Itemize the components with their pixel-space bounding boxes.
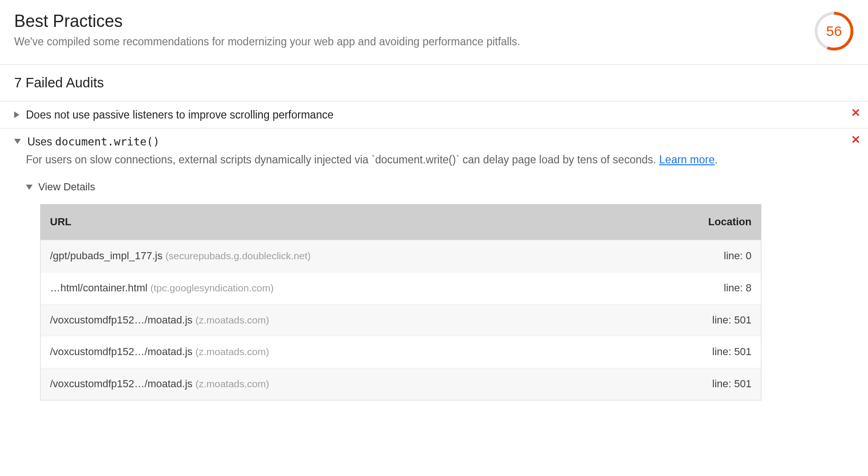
url-cell: /gpt/pubads_impl_177.js (securepubads.g.… bbox=[50, 249, 681, 264]
table-row: /gpt/pubads_impl_177.js (securepubads.g.… bbox=[41, 240, 761, 272]
column-url: URL bbox=[50, 215, 681, 230]
url-cell: …html/container.html (tpc.googlesyndicat… bbox=[50, 281, 681, 296]
chevron-down-icon bbox=[14, 139, 21, 144]
audit-title: Uses document.write() bbox=[27, 134, 159, 149]
score-value: 56 bbox=[814, 11, 854, 51]
fail-icon: ✕ bbox=[842, 134, 868, 145]
audit-row[interactable]: Uses document.write() For users on slow … bbox=[0, 128, 868, 400]
table-row: /voxcustomdfp152…/moatad.js (z.moatads.c… bbox=[41, 304, 761, 336]
report-header: Best Practices We've compiled some recom… bbox=[14, 9, 854, 64]
location-cell: line: 0 bbox=[681, 249, 751, 264]
table-row: /voxcustomdfp152…/moatad.js (z.moatads.c… bbox=[41, 368, 761, 400]
table-row: …html/container.html (tpc.googlesyndicat… bbox=[41, 272, 761, 304]
url-cell: /voxcustomdfp152…/moatad.js (z.moatads.c… bbox=[50, 313, 681, 328]
page-title: Best Practices bbox=[14, 9, 814, 33]
failed-audits-heading: 7 Failed Audits bbox=[0, 65, 868, 101]
table-row: /voxcustomdfp152…/moatad.js (z.moatads.c… bbox=[41, 336, 761, 368]
fail-icon: ✕ bbox=[842, 107, 868, 119]
chevron-down-icon bbox=[26, 185, 33, 190]
audit-title-code: document.write() bbox=[55, 136, 160, 148]
page-subtitle: We've compiled some recommendations for … bbox=[14, 34, 814, 49]
audit-description-text: For users on slow connections, external … bbox=[26, 153, 659, 166]
audit-row[interactable]: Does not use passive listeners to improv… bbox=[0, 101, 868, 128]
audit-title-prefix: Uses bbox=[27, 136, 55, 148]
view-details-label: View Details bbox=[38, 180, 95, 195]
location-cell: line: 501 bbox=[681, 345, 751, 359]
learn-more-link[interactable]: Learn more bbox=[659, 153, 715, 166]
url-cell: /voxcustomdfp152…/moatad.js (z.moatads.c… bbox=[50, 345, 681, 359]
location-cell: line: 501 bbox=[681, 377, 751, 391]
details-table: URL Location /gpt/pubads_impl_177.js (se… bbox=[40, 204, 761, 400]
audit-title: Does not use passive listeners to improv… bbox=[26, 107, 334, 122]
table-header: URL Location bbox=[41, 204, 761, 240]
audit-description: For users on slow connections, external … bbox=[14, 149, 842, 168]
column-location: Location bbox=[681, 215, 751, 230]
location-cell: line: 8 bbox=[681, 281, 751, 296]
score-gauge: 56 bbox=[814, 11, 854, 51]
chevron-right-icon bbox=[14, 111, 19, 118]
view-details-toggle[interactable]: View Details bbox=[14, 168, 842, 204]
location-cell: line: 501 bbox=[681, 313, 751, 328]
url-cell: /voxcustomdfp152…/moatad.js (z.moatads.c… bbox=[50, 377, 681, 391]
